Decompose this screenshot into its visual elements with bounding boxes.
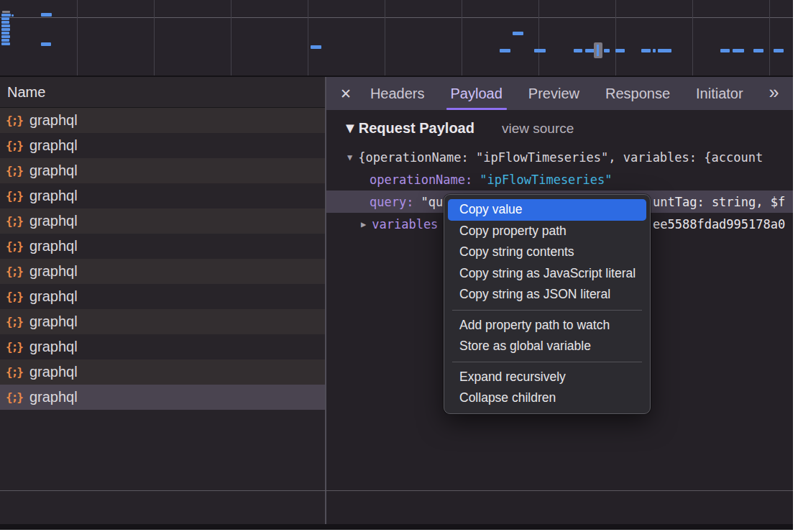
waterfall-bar [653,49,656,52]
network-request-row[interactable]: {;}graphql [0,259,325,284]
waterfall-bar [41,13,52,17]
waterfall-bar [733,49,744,52]
expander-down-icon[interactable]: ▼ [343,120,357,137]
name-column-label: Name [7,84,45,100]
request-name-label: graphql [29,339,78,355]
request-list: {;}graphql{;}graphql{;}graphql{;}graphql… [0,108,325,410]
tab-initiator[interactable]: Initiator [696,77,743,110]
network-request-row[interactable]: {;}graphql [0,158,325,183]
overview-gridline [538,0,539,75]
waterfall-bar [1,39,9,42]
request-list-panel: Name {;}graphql{;}graphql{;}graphql{;}gr… [0,77,325,524]
menu-separator [452,362,642,362]
property-value-right: untTag: string, $f [653,195,785,209]
request-name-label: graphql [29,263,78,280]
devtools-network-panel: Name {;}graphql{;}graphql{;}graphql{;}gr… [0,0,793,530]
overview-gridline [231,0,231,75]
network-overview-strip[interactable] [0,0,793,77]
waterfall-bar [1,24,10,27]
expander-right-icon[interactable]: ▶ [361,219,366,229]
request-name-label: graphql [29,137,78,154]
waterfall-bar [1,32,9,35]
overview-gray-tick [2,11,10,13]
view-source-link[interactable]: view source [502,121,574,137]
waterfall-bar [774,49,784,52]
menu-item-collapse-children[interactable]: Collapse children [448,387,646,409]
close-icon[interactable]: ✕ [340,86,352,102]
property-key: query: [370,195,413,209]
name-column-header[interactable]: Name [0,77,325,108]
detail-tab-bar: ✕ HeadersPayloadPreviewResponseInitiator… [326,77,793,110]
panel-split-divider[interactable] [325,77,326,524]
selected-request-marker-line [597,45,599,56]
overview-baseline [0,17,793,18]
property-value: "ipFlowTimeseries" [480,173,612,187]
request-name-label: graphql [29,188,78,204]
json-braces-icon: {;} [6,214,22,228]
waterfall-bar [658,49,671,52]
detail-tabs: HeadersPayloadPreviewResponseInitiator [370,77,769,110]
waterfall-bar [41,42,51,46]
json-braces-icon: {;} [6,340,22,354]
property-value-left: "qu [421,195,443,209]
network-request-row[interactable]: {;}graphql [0,284,325,309]
payload-row-operationname[interactable]: operationName: "ipFlowTimeseries" [326,168,793,191]
overview-gridline [615,0,616,75]
network-request-row[interactable]: {;}graphql [0,183,325,208]
menu-item-copy-string-as-javascript-literal[interactable]: Copy string as JavaScript literal [448,263,646,285]
waterfall-bar [720,49,730,52]
menu-item-copy-property-path[interactable]: Copy property path [448,221,646,242]
overview-gridline [385,0,385,75]
tab-headers[interactable]: Headers [370,77,425,110]
menu-item-expand-recursively[interactable]: Expand recursively [448,367,646,388]
request-name-label: graphql [29,112,78,129]
json-braces-icon: {;} [6,265,22,278]
network-request-row[interactable]: {;}graphql [0,334,325,359]
waterfall-bar [1,17,9,20]
menu-item-add-property-path-to-watch[interactable]: Add property path to watch [448,315,646,336]
overview-gridline [692,0,693,75]
request-name-label: graphql [29,238,78,254]
overview-gridline [154,0,155,75]
network-request-row[interactable]: {;}graphql [0,208,325,234]
json-braces-icon: {;} [6,365,22,379]
json-braces-icon: {;} [6,290,22,303]
more-tabs-icon[interactable]: » [769,83,779,104]
expander-down-icon[interactable]: ▼ [347,152,352,162]
menu-item-copy-string-as-json-literal[interactable]: Copy string as JSON literal [448,284,646,306]
json-braces-icon: {;} [6,315,22,329]
property-key: operationName: [370,173,472,187]
request-name-label: graphql [29,213,78,229]
tab-preview[interactable]: Preview [528,77,579,110]
tab-payload[interactable]: Payload [451,77,503,110]
waterfall-bar [753,49,763,52]
overview-gridline [462,0,462,75]
waterfall-bar [500,49,510,52]
waterfall-bar [534,49,546,52]
waterfall-bar [1,21,9,24]
network-request-row[interactable]: {;}graphql [0,385,325,410]
menu-item-copy-value[interactable]: Copy value [448,199,646,221]
overview-gridline [769,0,770,75]
network-request-row[interactable]: {;}graphql [0,359,325,385]
network-request-row[interactable]: {;}graphql [0,234,325,259]
tab-response[interactable]: Response [605,77,670,110]
section-title[interactable]: ▼ Request Payload [343,120,474,137]
payload-object-preview: {operationName: "ipFlowTimeseries", vari… [358,150,763,165]
waterfall-bar [615,49,625,52]
context-menu: Copy valueCopy property pathCopy string … [444,194,651,414]
waterfall-bar [1,14,11,17]
json-braces-icon: {;} [6,189,22,203]
json-braces-icon: {;} [6,114,22,127]
network-request-row[interactable]: {;}graphql [0,309,325,334]
json-braces-icon: {;} [6,239,22,253]
selected-request-marker [594,42,602,58]
menu-item-store-as-global-variable[interactable]: Store as global variable [448,336,646,357]
json-braces-icon: {;} [6,164,22,178]
network-request-row[interactable]: {;}graphql [0,108,325,133]
network-request-row[interactable]: {;}graphql [0,133,325,158]
request-name-label: graphql [29,389,78,405]
menu-item-copy-string-contents[interactable]: Copy string contents [448,242,646,263]
payload-root-row[interactable]: ▼ {operationName: "ipFlowTimeseries", va… [326,146,793,168]
waterfall-bar [513,32,523,35]
